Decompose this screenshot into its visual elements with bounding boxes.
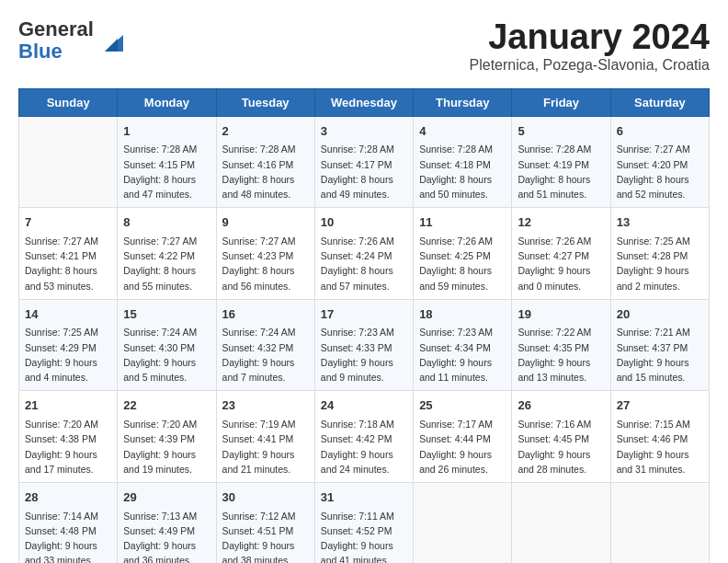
day-number: 29: [123, 488, 210, 507]
calendar-cell: 31Sunrise: 7:11 AMSunset: 4:52 PMDayligh…: [314, 483, 413, 563]
calendar-cell: 15Sunrise: 7:24 AMSunset: 4:30 PMDayligh…: [118, 299, 216, 391]
day-number: 10: [321, 213, 407, 232]
day-number: 8: [123, 213, 210, 232]
calendar-week-3: 14Sunrise: 7:25 AMSunset: 4:29 PMDayligh…: [19, 299, 710, 391]
calendar-week-1: 1Sunrise: 7:28 AMSunset: 4:15 PMDaylight…: [19, 116, 710, 208]
calendar-cell: 12Sunrise: 7:26 AMSunset: 4:27 PMDayligh…: [512, 208, 610, 300]
calendar-cell: 29Sunrise: 7:13 AMSunset: 4:49 PMDayligh…: [118, 483, 216, 563]
calendar-week-2: 7Sunrise: 7:27 AMSunset: 4:21 PMDaylight…: [19, 208, 710, 300]
calendar-cell: 2Sunrise: 7:28 AMSunset: 4:16 PMDaylight…: [216, 116, 314, 208]
logo-icon: [97, 26, 127, 55]
calendar-cell: 27Sunrise: 7:15 AMSunset: 4:46 PMDayligh…: [610, 391, 709, 483]
calendar-week-4: 21Sunrise: 7:20 AMSunset: 4:38 PMDayligh…: [19, 391, 710, 483]
day-info: Sunrise: 7:27 AMSunset: 4:20 PMDaylight:…: [617, 142, 703, 201]
calendar-cell: 6Sunrise: 7:27 AMSunset: 4:20 PMDaylight…: [610, 116, 709, 208]
day-info: Sunrise: 7:16 AMSunset: 4:45 PMDaylight:…: [518, 417, 604, 477]
day-number: 23: [222, 396, 309, 415]
day-number: 4: [419, 122, 506, 141]
day-number: 16: [222, 305, 309, 324]
day-number: 24: [321, 396, 407, 415]
day-info: Sunrise: 7:22 AMSunset: 4:35 PMDaylight:…: [518, 325, 604, 385]
calendar-cell: [414, 483, 512, 563]
day-info: Sunrise: 7:27 AMSunset: 4:21 PMDaylight:…: [25, 234, 111, 293]
day-info: Sunrise: 7:28 AMSunset: 4:19 PMDaylight:…: [518, 142, 604, 201]
day-info: Sunrise: 7:23 AMSunset: 4:34 PMDaylight:…: [419, 325, 506, 385]
day-info: Sunrise: 7:28 AMSunset: 4:15 PMDaylight:…: [123, 142, 210, 201]
day-info: Sunrise: 7:14 AMSunset: 4:48 PMDaylight:…: [25, 509, 111, 563]
calendar-header: SundayMondayTuesdayWednesdayThursdayFrid…: [19, 88, 710, 116]
calendar-cell: [512, 483, 610, 563]
location-text: Pleternica, Pozega-Slavonia, Croatia: [470, 57, 710, 74]
calendar-cell: 17Sunrise: 7:23 AMSunset: 4:33 PMDayligh…: [314, 299, 413, 391]
weekday-header-friday: Friday: [512, 88, 610, 116]
day-info: Sunrise: 7:19 AMSunset: 4:41 PMDaylight:…: [222, 417, 309, 477]
logo-blue-text: Blue: [18, 40, 63, 63]
day-number: 28: [25, 488, 111, 507]
day-info: Sunrise: 7:28 AMSunset: 4:16 PMDaylight:…: [222, 142, 309, 201]
day-info: Sunrise: 7:11 AMSunset: 4:52 PMDaylight:…: [321, 509, 407, 563]
day-info: Sunrise: 7:21 AMSunset: 4:37 PMDaylight:…: [617, 325, 703, 385]
calendar-cell: 21Sunrise: 7:20 AMSunset: 4:38 PMDayligh…: [19, 391, 118, 483]
page-header: General Blue January 2024 Pleternica, Po…: [18, 18, 710, 74]
day-info: Sunrise: 7:18 AMSunset: 4:42 PMDaylight:…: [321, 417, 407, 477]
day-number: 27: [617, 396, 703, 415]
calendar-cell: 10Sunrise: 7:26 AMSunset: 4:24 PMDayligh…: [314, 208, 413, 300]
day-number: 19: [518, 305, 604, 324]
day-info: Sunrise: 7:28 AMSunset: 4:18 PMDaylight:…: [419, 142, 506, 201]
day-info: Sunrise: 7:25 AMSunset: 4:29 PMDaylight:…: [25, 325, 111, 385]
weekday-header-tuesday: Tuesday: [216, 88, 314, 116]
weekday-row: SundayMondayTuesdayWednesdayThursdayFrid…: [19, 88, 710, 116]
calendar-cell: 1Sunrise: 7:28 AMSunset: 4:15 PMDaylight…: [118, 116, 216, 208]
calendar-cell: 16Sunrise: 7:24 AMSunset: 4:32 PMDayligh…: [216, 299, 314, 391]
calendar-cell: 5Sunrise: 7:28 AMSunset: 4:19 PMDaylight…: [512, 116, 610, 208]
calendar-cell: 7Sunrise: 7:27 AMSunset: 4:21 PMDaylight…: [19, 208, 118, 300]
day-info: Sunrise: 7:17 AMSunset: 4:44 PMDaylight:…: [419, 417, 506, 477]
logo-general-text: General: [18, 17, 94, 40]
day-number: 9: [222, 213, 309, 232]
day-info: Sunrise: 7:12 AMSunset: 4:51 PMDaylight:…: [222, 509, 309, 563]
day-info: Sunrise: 7:23 AMSunset: 4:33 PMDaylight:…: [321, 325, 407, 385]
calendar-body: 1Sunrise: 7:28 AMSunset: 4:15 PMDaylight…: [19, 116, 710, 563]
logo: General Blue: [18, 18, 127, 63]
day-number: 7: [25, 213, 111, 232]
calendar-cell: 25Sunrise: 7:17 AMSunset: 4:44 PMDayligh…: [414, 391, 512, 483]
day-info: Sunrise: 7:26 AMSunset: 4:24 PMDaylight:…: [321, 234, 407, 293]
day-number: 5: [518, 122, 604, 141]
day-number: 17: [321, 305, 407, 324]
calendar-cell: [610, 483, 709, 563]
day-number: 25: [419, 396, 506, 415]
day-number: 12: [518, 213, 604, 232]
day-number: 30: [222, 488, 309, 507]
weekday-header-saturday: Saturday: [610, 88, 709, 116]
day-info: Sunrise: 7:20 AMSunset: 4:39 PMDaylight:…: [123, 417, 210, 477]
day-info: Sunrise: 7:13 AMSunset: 4:49 PMDaylight:…: [123, 509, 210, 563]
day-number: 18: [419, 305, 506, 324]
day-info: Sunrise: 7:24 AMSunset: 4:32 PMDaylight:…: [222, 325, 309, 385]
day-info: Sunrise: 7:20 AMSunset: 4:38 PMDaylight:…: [25, 417, 111, 477]
day-number: 3: [321, 122, 407, 141]
day-number: 13: [617, 213, 703, 232]
day-number: 6: [617, 122, 703, 141]
day-number: 26: [518, 396, 604, 415]
day-number: 20: [617, 305, 703, 324]
calendar-week-5: 28Sunrise: 7:14 AMSunset: 4:48 PMDayligh…: [19, 483, 710, 563]
day-info: Sunrise: 7:15 AMSunset: 4:46 PMDaylight:…: [617, 417, 703, 477]
calendar-cell: 20Sunrise: 7:21 AMSunset: 4:37 PMDayligh…: [610, 299, 709, 391]
day-info: Sunrise: 7:25 AMSunset: 4:28 PMDaylight:…: [617, 234, 703, 293]
day-info: Sunrise: 7:28 AMSunset: 4:17 PMDaylight:…: [321, 142, 407, 201]
calendar-cell: [19, 116, 118, 208]
day-number: 11: [419, 213, 506, 232]
svg-marker-1: [105, 39, 118, 52]
day-number: 21: [25, 396, 111, 415]
calendar-cell: 26Sunrise: 7:16 AMSunset: 4:45 PMDayligh…: [512, 391, 610, 483]
calendar-cell: 19Sunrise: 7:22 AMSunset: 4:35 PMDayligh…: [512, 299, 610, 391]
weekday-header-thursday: Thursday: [414, 88, 512, 116]
day-info: Sunrise: 7:24 AMSunset: 4:30 PMDaylight:…: [123, 325, 210, 385]
calendar-cell: 18Sunrise: 7:23 AMSunset: 4:34 PMDayligh…: [414, 299, 512, 391]
weekday-header-wednesday: Wednesday: [314, 88, 413, 116]
calendar-cell: 8Sunrise: 7:27 AMSunset: 4:22 PMDaylight…: [118, 208, 216, 300]
day-number: 1: [123, 122, 210, 141]
calendar-cell: 11Sunrise: 7:26 AMSunset: 4:25 PMDayligh…: [414, 208, 512, 300]
day-number: 2: [222, 122, 309, 141]
day-info: Sunrise: 7:26 AMSunset: 4:25 PMDaylight:…: [419, 234, 506, 293]
